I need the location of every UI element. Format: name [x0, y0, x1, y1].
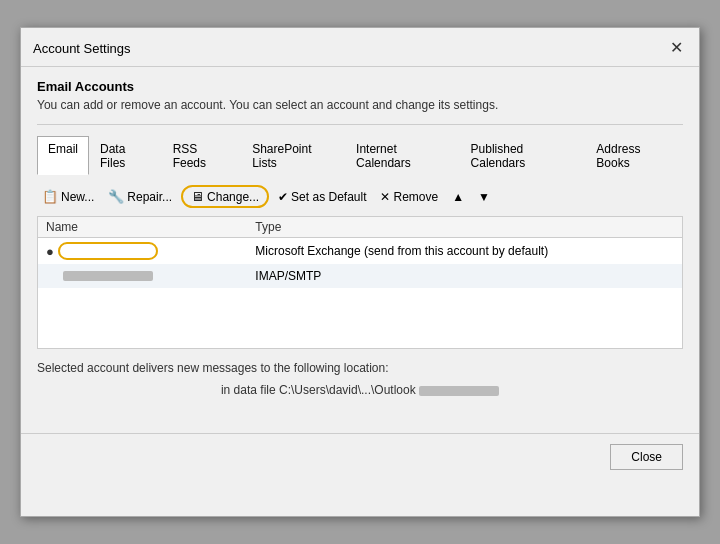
col-header-type: Type: [255, 220, 674, 234]
new-icon: 📋: [42, 189, 58, 204]
set-default-label: Set as Default: [291, 190, 366, 204]
delivery-path-blurred: [419, 386, 499, 396]
delivery-location: in data file C:\Users\david\...\Outlook: [37, 383, 683, 397]
new-label: New...: [61, 190, 94, 204]
move-down-button[interactable]: ▼: [473, 187, 495, 207]
tab-published-calendars[interactable]: Published Calendars: [460, 136, 586, 175]
new-button[interactable]: 📋 New...: [37, 186, 99, 207]
default-account-icon: ●: [46, 244, 54, 259]
table-header: Name Type: [38, 217, 682, 238]
account-toolbar: 📋 New... 🔧 Repair... 🖥 Change... ✔ Set a…: [37, 185, 683, 208]
set-default-button[interactable]: ✔ Set as Default: [273, 187, 371, 207]
change-icon: 🖥: [191, 189, 204, 204]
tab-rss-feeds[interactable]: RSS Feeds: [162, 136, 242, 175]
tab-data-files[interactable]: Data Files: [89, 136, 162, 175]
account-name-pill: [58, 242, 158, 260]
remove-icon: ✕: [380, 190, 390, 204]
account-settings-dialog: Account Settings ✕ Email Accounts You ca…: [20, 27, 700, 517]
delivery-section: Selected account delivers new messages t…: [37, 361, 683, 375]
account-type-cell-2: IMAP/SMTP: [255, 269, 674, 283]
window-close-button[interactable]: ✕: [666, 38, 687, 58]
down-arrow-icon: ▼: [478, 190, 490, 204]
table-empty-area: [38, 288, 682, 348]
tab-address-books[interactable]: Address Books: [585, 136, 683, 175]
move-up-button[interactable]: ▲: [447, 187, 469, 207]
change-label: Change...: [207, 190, 259, 204]
remove-label: Remove: [393, 190, 438, 204]
divider: [37, 124, 683, 125]
tab-sharepoint-lists[interactable]: SharePoint Lists: [241, 136, 345, 175]
account-name-blurred-2: [63, 271, 153, 281]
account-table: Name Type ● Microsoft Exchange (send fro…: [37, 216, 683, 349]
dialog-title: Account Settings: [33, 41, 131, 56]
dialog-footer: Close: [21, 433, 699, 480]
delivery-path: in data file C:\Users\david\...\Outlook: [221, 383, 416, 397]
account-name-cell: ●: [46, 242, 255, 260]
table-row[interactable]: IMAP/SMTP: [38, 264, 682, 288]
section-description: You can add or remove an account. You ca…: [37, 98, 683, 112]
title-bar: Account Settings ✕: [21, 28, 699, 67]
table-row[interactable]: ● Microsoft Exchange (send from this acc…: [38, 238, 682, 264]
tab-email[interactable]: Email: [37, 136, 89, 175]
tab-internet-calendars[interactable]: Internet Calendars: [345, 136, 460, 175]
account-name-cell-2: [46, 271, 255, 281]
section-title: Email Accounts: [37, 79, 683, 94]
change-button[interactable]: 🖥 Change...: [181, 185, 269, 208]
repair-label: Repair...: [127, 190, 172, 204]
close-dialog-button[interactable]: Close: [610, 444, 683, 470]
remove-button[interactable]: ✕ Remove: [375, 187, 443, 207]
delivery-label: Selected account delivers new messages t…: [37, 361, 389, 375]
col-header-name: Name: [46, 220, 255, 234]
checkmark-icon: ✔: [278, 190, 288, 204]
up-arrow-icon: ▲: [452, 190, 464, 204]
repair-icon: 🔧: [108, 189, 124, 204]
dialog-body: Email Accounts You can add or remove an …: [21, 67, 699, 433]
tab-bar: Email Data Files RSS Feeds SharePoint Li…: [37, 135, 683, 175]
account-type-cell: Microsoft Exchange (send from this accou…: [255, 244, 674, 258]
repair-button[interactable]: 🔧 Repair...: [103, 186, 177, 207]
